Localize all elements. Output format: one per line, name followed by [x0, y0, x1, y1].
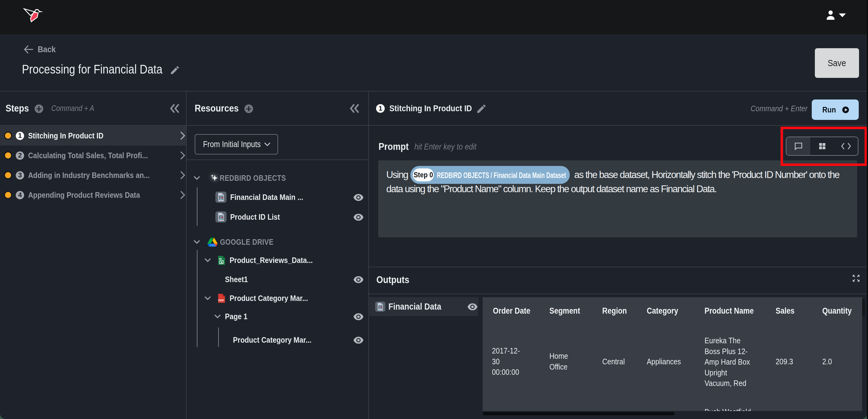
svg-text:PDF: PDF: [218, 298, 224, 302]
svg-text:x: x: [221, 260, 222, 264]
